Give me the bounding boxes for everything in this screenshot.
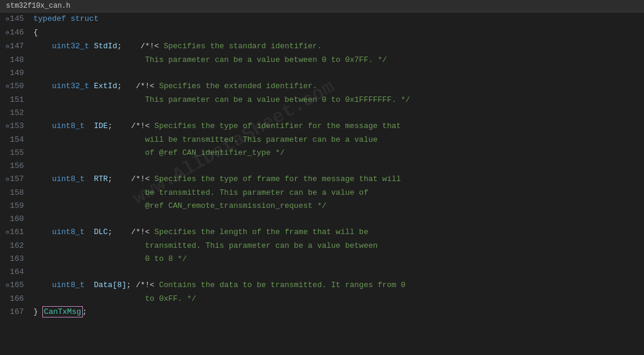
code-token: RTR — [94, 175, 107, 183]
code-line: ⊖153 uint8_t IDE; /*!< Specifies the typ… — [0, 120, 644, 133]
line-content: This parameter can be a value between 0 … — [31, 54, 644, 67]
code-token: that — [312, 228, 331, 236]
line-number: ⊖150 — [0, 80, 31, 94]
code-container: www.AllDataSheet.com ⊖145typedef struct⊖… — [0, 13, 644, 354]
line-content: to 0xFF. */ — [31, 292, 644, 306]
code-token: to — [331, 55, 340, 64]
line-content: { — [31, 26, 644, 39]
code-token: will be transmitted. This parameter can … — [33, 135, 377, 144]
line-number: ⊖161 — [0, 226, 31, 239]
line-number: 160 — [0, 213, 31, 226]
code-line: 163 0 to 8 */ — [0, 253, 644, 266]
code-token: of @ref CAN_identifier_type */ — [33, 148, 284, 157]
code-line: 151 This parameter can be a value betwee… — [0, 94, 644, 107]
line-content: uint8_t Data[8]; /*!< Contains the data … — [31, 279, 644, 292]
code-line: 154 will be transmitted. This parameter … — [0, 133, 644, 147]
line-number: 166 — [0, 292, 31, 306]
code-token: ; /*!< — [108, 175, 154, 183]
code-line: ⊖145typedef struct — [0, 13, 644, 26]
code-token: @ref CAN_remote_transmission_request */ — [33, 201, 326, 210]
code-line: ⊖161 uint8_t DLC; /*!< Specifies the len… — [0, 226, 644, 239]
code-token: } — [33, 307, 43, 316]
code-token: ; /*!< — [117, 42, 163, 51]
code-token: ; /*!< — [108, 228, 154, 236]
line-number: 149 — [0, 67, 31, 80]
line-content: typedef struct — [31, 13, 644, 26]
code-token: uint8_t — [33, 175, 94, 183]
file-title: stm32f10x_can.h — [6, 2, 70, 10]
code-line: 160 — [0, 213, 644, 226]
code-token: to 0xFF. */ — [33, 294, 196, 303]
code-token: CanTxMsg — [43, 307, 82, 317]
code-token: ExtId — [94, 82, 117, 91]
code-token: will be — [331, 228, 368, 236]
code-line: ⊖157 uint8_t RTR; /*!< Specifies the typ… — [0, 173, 644, 186]
line-content: be transmitted. This parameter can be a … — [31, 186, 644, 200]
line-content: uint32_t ExtId; /*!< Specifies the exten… — [31, 80, 644, 93]
line-number: ⊖145 — [0, 13, 31, 26]
line-number: ⊖153 — [0, 120, 31, 133]
line-number: 151 — [0, 94, 31, 107]
code-token: uint8_t — [33, 281, 94, 289]
code-token: uint8_t — [33, 228, 94, 236]
code-token: Specifies the type of frame for the mess… — [154, 175, 401, 183]
code-line: 166 to 0xFF. */ — [0, 292, 644, 306]
code-token: be transmitted. This parameter can be a … — [33, 188, 369, 197]
line-content: uint8_t RTR; /*!< Specifies the type of … — [31, 173, 644, 186]
code-token: Specifies the type of identifier for the… — [154, 122, 382, 130]
line-content: uint8_t DLC; /*!< Specifies the length o… — [31, 226, 644, 239]
line-number: 152 — [0, 107, 31, 120]
code-token: Specifies the length of the frame — [154, 228, 312, 236]
line-content: will be transmitted. This parameter can … — [31, 133, 644, 147]
line-content: transmitted. This parameter can be a val… — [31, 239, 644, 253]
code-line: ⊖150 uint32_t ExtId; /*!< Specifies the … — [0, 80, 644, 94]
line-content: of @ref CAN_identifier_type */ — [31, 147, 644, 160]
code-token: DLC — [94, 228, 107, 236]
line-number: ⊖157 — [0, 173, 31, 186]
code-token: uint8_t — [33, 122, 94, 130]
line-number: 156 — [0, 160, 31, 173]
code-line: ⊖146{ — [0, 26, 644, 40]
code-token: Specifies the standard identifier. — [163, 42, 321, 51]
code-line: ⊖165 uint8_t Data[8]; /*!< Contains the … — [0, 279, 644, 292]
line-number: ⊖147 — [0, 40, 31, 54]
code-token: ; /*!< — [117, 82, 159, 91]
code-token: Specifies the extended identifier. — [159, 82, 317, 91]
line-number: 148 — [0, 54, 31, 67]
title-bar: stm32f10x_can.h — [0, 0, 644, 13]
code-line: 152 — [0, 107, 644, 120]
line-number: 155 — [0, 147, 31, 160]
code-line: 149 — [0, 67, 644, 80]
code-token: StdId — [94, 42, 117, 51]
line-number: ⊖165 — [0, 279, 31, 292]
line-content: uint8_t IDE; /*!< Specifies the type of … — [31, 120, 644, 133]
line-content: uint32_t StdId; /*!< Specifies the stand… — [31, 40, 644, 53]
line-content: @ref CAN_remote_transmission_request */ — [31, 200, 644, 213]
code-token: uint32_t — [33, 82, 94, 91]
code-token: This parameter can be a value between 0 — [33, 95, 331, 104]
code-token: ; /*!< — [126, 281, 159, 289]
code-line: 148 This parameter can be a value betwee… — [0, 54, 644, 67]
line-number: 163 — [0, 253, 31, 266]
line-number: 167 — [0, 306, 31, 319]
code-token: 0x1FFFFFFF. */ — [340, 95, 410, 104]
code-token: Contains the data to be transmitted. It … — [159, 281, 405, 289]
code-line: 156 — [0, 160, 644, 173]
code-token: 0 to 8 */ — [33, 254, 187, 263]
code-token: IDE — [94, 122, 107, 130]
code-token: that — [382, 122, 401, 130]
line-number: 158 — [0, 186, 31, 200]
line-number: ⊖146 — [0, 26, 31, 40]
code-token: ; /*!< — [108, 122, 154, 130]
line-number: 164 — [0, 266, 31, 279]
code-token: ; — [82, 307, 87, 316]
line-content: This parameter can be a value between 0 … — [31, 94, 644, 107]
code-token: 0x7FF. */ — [340, 55, 387, 64]
code-token: transmitted. This parameter can be a val… — [33, 241, 377, 250]
line-content: } CanTxMsg; — [31, 306, 644, 319]
line-number: 154 — [0, 133, 31, 147]
code-token: { — [33, 28, 38, 37]
code-line: 155 of @ref CAN_identifier_type */ — [0, 147, 644, 160]
code-token: to — [331, 95, 340, 104]
code-token: uint32_t — [33, 42, 94, 51]
